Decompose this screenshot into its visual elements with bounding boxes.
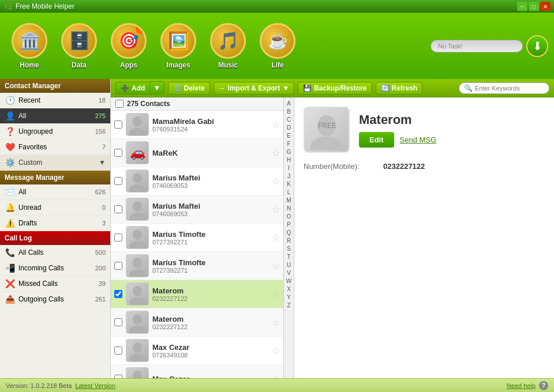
sidebar-item-missed-calls[interactable]: ❌ Missed Calls 39 xyxy=(0,276,110,292)
add-button[interactable]: ➕ Add xyxy=(115,82,149,95)
add-dropdown-button[interactable]: ▼ xyxy=(149,81,164,95)
minimize-button[interactable]: ─ xyxy=(517,2,527,11)
contact-avatar xyxy=(126,367,149,378)
contact-row[interactable]: Marius Timofte 0727392271 ☆ xyxy=(111,224,283,252)
download-button[interactable]: ⬇ xyxy=(526,35,548,57)
contact-star-icon[interactable]: ☆ xyxy=(272,317,280,328)
sidebar-item-msg-all[interactable]: ✉️ All 626 xyxy=(0,184,110,200)
alpha-X[interactable]: X xyxy=(287,285,291,293)
need-help-link[interactable]: Need help xyxy=(507,382,536,389)
alpha-R[interactable]: R xyxy=(287,237,291,245)
backup-restore-button[interactable]: 💾 Backup/Restore xyxy=(298,82,372,95)
contact-phone: 0746069053 xyxy=(152,210,268,217)
edit-button[interactable]: Edit xyxy=(359,132,394,148)
alpha-S[interactable]: S xyxy=(287,245,291,253)
contact-row[interactable]: Materom 0232227122 ☆ xyxy=(111,308,283,337)
sidebar-item-incoming-calls[interactable]: 📲 Incoming Calls 200 xyxy=(0,261,110,276)
contact-checkbox[interactable] xyxy=(114,290,122,298)
contact-checkbox[interactable] xyxy=(114,120,122,129)
alpha-T[interactable]: T xyxy=(287,253,290,261)
nav-images-label: Images xyxy=(166,61,190,69)
alpha-O[interactable]: O xyxy=(287,213,291,221)
delete-button[interactable]: 🗑️ Delete xyxy=(168,82,210,95)
alpha-E[interactable]: E xyxy=(287,132,291,140)
sidebar-item-drafts[interactable]: ⚠️ Drafts 3 xyxy=(0,216,110,231)
contact-checkbox[interactable] xyxy=(114,149,122,157)
latest-version-link[interactable]: Latest Version xyxy=(75,382,115,389)
alpha-Y[interactable]: Y xyxy=(287,293,291,301)
alpha-K[interactable]: K xyxy=(287,180,291,189)
alpha-N[interactable]: N xyxy=(287,205,291,213)
alpha-A[interactable]: A xyxy=(287,100,291,108)
alpha-V[interactable]: V xyxy=(287,269,291,277)
alpha-C[interactable]: C xyxy=(287,116,291,124)
contact-checkbox[interactable] xyxy=(114,262,122,270)
contact-checkbox[interactable] xyxy=(114,318,122,326)
search-box[interactable]: 🔍 xyxy=(459,82,549,94)
alpha-G[interactable]: G xyxy=(287,148,291,156)
alpha-U[interactable]: U xyxy=(287,261,291,269)
sidebar-item-custom[interactable]: ⚙️ Custom ▼ xyxy=(0,155,110,171)
contact-row[interactable]: Max Cezar ☆ xyxy=(111,365,283,378)
contact-checkbox[interactable] xyxy=(114,346,122,355)
recent-icon: 🕐 xyxy=(5,95,15,105)
nav-images[interactable]: 🖼️ Images xyxy=(155,20,202,73)
contact-checkbox[interactable] xyxy=(114,375,122,378)
contact-avatar xyxy=(126,169,149,193)
contact-checkbox[interactable] xyxy=(114,233,122,242)
contact-star-icon[interactable]: ☆ xyxy=(272,176,280,187)
nav-data[interactable]: 🗄️ Data xyxy=(55,20,103,73)
nav-life[interactable]: ☕ Life xyxy=(254,20,301,73)
sidebar-item-ungrouped[interactable]: ❓ Ungrouped 156 xyxy=(0,124,110,140)
search-input[interactable] xyxy=(475,85,544,92)
contact-star-icon[interactable]: ☆ xyxy=(272,232,280,243)
sidebar-item-outgoing-calls[interactable]: 📤 Outgoing Calls 261 xyxy=(0,292,110,307)
alpha-Z[interactable]: Z xyxy=(287,301,290,310)
contact-checkbox[interactable] xyxy=(114,177,122,185)
nav-home[interactable]: 🏛️ Home xyxy=(6,20,53,73)
alpha-H[interactable]: H xyxy=(287,156,291,164)
alpha-M[interactable]: M xyxy=(286,197,291,205)
alpha-L[interactable]: L xyxy=(287,189,291,197)
sidebar-item-recent[interactable]: 🕐 Recent 18 xyxy=(0,93,110,108)
import-export-button[interactable]: ↔️ Import & Export ▼ xyxy=(214,82,295,95)
contact-row[interactable]: 🚗 MaReK ☆ xyxy=(111,139,283,167)
contact-row[interactable]: Marius Maftei 0746069053 ☆ xyxy=(111,195,283,224)
refresh-button[interactable]: 🔄 Refresh xyxy=(376,82,423,95)
contact-row[interactable]: Materom 0232227122 ☆ xyxy=(111,280,283,308)
contact-star-icon[interactable]: ☆ xyxy=(272,374,280,379)
alpha-P[interactable]: P xyxy=(287,221,291,229)
alpha-D[interactable]: D xyxy=(287,124,291,132)
sidebar-item-all[interactable]: 👤 All 275 xyxy=(0,108,110,124)
contact-row[interactable]: Marius Timofte 0727392271 ☆ xyxy=(111,252,283,280)
contact-row[interactable]: MamaMirela Gabi 0760931524 ☆ xyxy=(111,111,283,139)
contact-star-icon[interactable]: ☆ xyxy=(272,345,280,356)
alpha-Q[interactable]: Q xyxy=(287,229,291,237)
alpha-J[interactable]: J xyxy=(287,172,290,180)
send-msg-button[interactable]: Send MSG xyxy=(400,135,437,144)
contact-row[interactable]: Marius Maftei 0746069053 ☆ xyxy=(111,167,283,195)
contact-star-icon[interactable]: ☆ xyxy=(272,289,280,300)
sidebar-item-favorites[interactable]: ❤️ Favorites 7 xyxy=(0,140,110,155)
contact-star-icon[interactable]: ☆ xyxy=(272,148,280,159)
contact-checkbox[interactable] xyxy=(114,205,122,213)
nav-apps[interactable]: 🎯 4 Apps xyxy=(105,20,152,73)
alpha-W[interactable]: W xyxy=(286,277,291,285)
alpha-B[interactable]: B xyxy=(287,108,291,116)
contact-star-icon[interactable]: ☆ xyxy=(272,119,280,130)
svg-point-14 xyxy=(133,342,142,353)
sidebar-item-unread[interactable]: 🔔 Unread 0 xyxy=(0,200,110,216)
sidebar-item-all-calls[interactable]: 📞 All Calls 500 xyxy=(0,245,110,261)
contact-list-area: 275 Contacts MamaMirela Gabi 0760931524 … xyxy=(111,97,554,378)
right-panel: ➕ Add ▼ 🗑️ Delete ↔️ Import & Export ▼ 💾… xyxy=(111,79,554,378)
close-button[interactable]: ✕ xyxy=(540,2,551,11)
contact-star-icon[interactable]: ☆ xyxy=(272,204,280,215)
contact-star-icon[interactable]: ☆ xyxy=(272,261,280,272)
contact-row[interactable]: Max Cezar 0726349108 ☆ xyxy=(111,337,283,365)
maximize-button[interactable]: □ xyxy=(529,2,539,11)
nav-music[interactable]: 🎵 Music xyxy=(204,20,252,73)
msg-all-icon: ✉️ xyxy=(5,187,15,197)
alpha-I[interactable]: I xyxy=(288,164,290,172)
alpha-F[interactable]: F xyxy=(287,140,290,148)
select-all-checkbox[interactable] xyxy=(115,100,123,108)
